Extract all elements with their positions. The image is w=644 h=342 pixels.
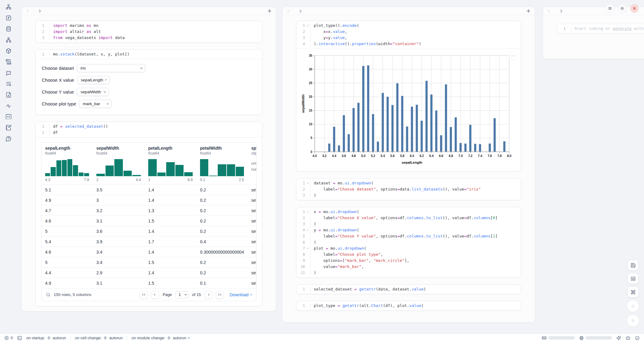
cell-selected-dataset: 1selected_dataset = getattr(data, datase…: [296, 284, 521, 294]
settings-gear-button[interactable]: [618, 4, 626, 12]
run-config-startup[interactable]: on startup: autorun: [26, 336, 66, 340]
database-icon[interactable]: [5, 26, 12, 32]
help-icon[interactable]: [5, 136, 12, 142]
svg-text:6.4: 6.4: [429, 154, 434, 158]
column-next-button[interactable]: [298, 9, 302, 13]
prev-page-button[interactable]: [151, 291, 159, 299]
ram-usage[interactable]: [542, 335, 575, 340]
code-editor[interactable]: 1import marimo as mo2import altair as al…: [36, 21, 262, 42]
total-pages-label: of 15: [192, 292, 201, 297]
snippets-icon[interactable]: [5, 114, 12, 120]
svg-text:4.6: 4.6: [342, 154, 346, 158]
fold-chevron-icon: [306, 180, 310, 186]
dependency-graph-icon[interactable]: [5, 37, 12, 43]
activity-icon[interactable]: [5, 103, 12, 109]
function-square-icon[interactable]: [5, 15, 12, 21]
column-prev-button[interactable]: [26, 9, 30, 13]
code-editor[interactable]: 1selected_dataset = getattr(data, datase…: [296, 285, 521, 294]
cell-plot: 1plot_type().encode(2 x=x.value,3 y=y.va…: [296, 21, 521, 172]
code-editor[interactable]: 1dataset = mo.ui.dropdown(2 label="Choos…: [296, 179, 521, 200]
add-cell-button[interactable]: [526, 9, 531, 13]
next-page-button[interactable]: [205, 291, 213, 299]
table-scroll-area[interactable]: sepalLengthfloat644.37.9sepalWidthfloat6…: [41, 143, 256, 288]
svg-text:35: 35: [309, 54, 313, 57]
close-button[interactable]: [630, 4, 639, 12]
generate-with-ai-link[interactable]: generate: [613, 26, 632, 31]
svg-text:5: 5: [310, 136, 312, 140]
ai-assist-button[interactable]: [616, 336, 621, 340]
run-config-cell-change[interactable]: on cell change: autorun: [75, 336, 123, 340]
column-header-petalLength[interactable]: petalLengthfloat6416.9: [145, 143, 196, 184]
keyboard-shortcuts-button[interactable]: [628, 287, 639, 297]
code-editor[interactable]: 1plot_type().encode(2 x=x.value,3 y=y.va…: [296, 21, 521, 48]
last-page-button[interactable]: [216, 291, 224, 299]
scroll-icon[interactable]: [5, 59, 12, 65]
search-icon[interactable]: [46, 292, 51, 297]
code-editor[interactable]: 1df = selected_dataset()2df: [36, 122, 262, 137]
cpu-usage[interactable]: [579, 336, 612, 340]
svg-text:7.4: 7.4: [478, 154, 482, 158]
svg-text:4.8: 4.8: [352, 154, 356, 158]
page-select[interactable]: 1: [176, 291, 188, 298]
connection-status-button[interactable]: [635, 336, 640, 340]
save-button[interactable]: [628, 260, 639, 271]
dataset-select[interactable]: iris: [77, 64, 145, 72]
sparkles-icon: [616, 336, 621, 340]
svg-text:6.6: 6.6: [439, 154, 443, 158]
chevron-down-icon: [140, 66, 142, 69]
layout-toggle-button[interactable]: [628, 273, 639, 284]
run-all-button[interactable]: [627, 315, 639, 327]
table-row: 4.42.91.40.2setosa: [41, 267, 256, 278]
svg-text:6.0: 6.0: [410, 154, 414, 158]
svg-text:6.8: 6.8: [449, 154, 453, 158]
file-tree-icon[interactable]: [5, 4, 12, 10]
terminal-icon: [17, 336, 22, 340]
column-next-button[interactable]: [558, 9, 563, 13]
status-bar: 0 on startup: autorun on cell change: au…: [0, 333, 644, 342]
svg-text:5.2: 5.2: [371, 154, 375, 158]
svg-text:5.4: 5.4: [381, 154, 385, 158]
column-prev-button[interactable]: [547, 9, 552, 13]
error-count[interactable]: 0: [4, 336, 13, 340]
code-editor[interactable]: 1 Start coding or generate with: [557, 24, 644, 33]
column-next-button[interactable]: [37, 9, 41, 13]
download-button[interactable]: Download: [230, 292, 252, 297]
column-histogram: [45, 159, 89, 176]
column-header-sepalLength[interactable]: sepalLengthfloat644.37.9: [41, 143, 93, 184]
plot-type-select[interactable]: mark_bar: [79, 100, 112, 108]
cell-vstack: 1mo.vstack([dataset, x, y, plot]) Choose…: [35, 49, 262, 115]
first-page-button[interactable]: [140, 291, 148, 299]
column-header-sepalWidth[interactable]: sepalWidthfloat6424.4: [93, 143, 145, 184]
terminal-button[interactable]: [17, 336, 22, 340]
menu-button[interactable]: [606, 4, 614, 12]
chat-bot-icon[interactable]: [5, 70, 12, 76]
copilot-button[interactable]: [625, 335, 631, 340]
cell-output: Choose dataset iris Choose X value sepal…: [36, 59, 262, 115]
column-header-species[interactable]: speciesobjectunique:nulls:: [248, 143, 256, 184]
run-config-module-change[interactable]: on module change: autorun: [131, 336, 190, 340]
add-cell-button[interactable]: [267, 9, 272, 13]
chevron-down-icon: [105, 79, 107, 80]
code-editor[interactable]: 1plot_type = getattr(alt.Chart(df), plot…: [296, 301, 521, 310]
svg-text:sepalLength: sepalLength: [402, 161, 422, 164]
y-value-select[interactable]: sepalWidth: [77, 88, 109, 96]
bar-chart[interactable]: 051015202530354.04.24.44.64.85.05.25.45.…: [301, 52, 517, 167]
column-header-petalWidth[interactable]: petalWidthfloat640.12.5: [196, 143, 248, 184]
notebook-pen-icon[interactable]: [5, 125, 12, 131]
chart-actions-button[interactable]: [509, 52, 517, 60]
code-editor[interactable]: 1x = mo.ui.dropdown(2 label="Choose X va…: [296, 207, 521, 277]
column-prev-button[interactable]: [287, 9, 291, 13]
cell-plot-type: 1plot_type = getattr(alt.Chart(df), plot…: [296, 301, 521, 311]
package-icon[interactable]: [5, 48, 12, 54]
notebook-actions: [627, 260, 639, 327]
code-editor[interactable]: 1mo.vstack([dataset, x, y, plot]): [36, 50, 262, 59]
table-row: 4.63.11.50.2setosa: [41, 216, 256, 226]
stop-kernel-button[interactable]: [627, 300, 639, 312]
column-header: [282, 7, 535, 15]
table-row: 5.43.91.70.4setosa: [41, 236, 256, 247]
svg-text:25: 25: [309, 81, 313, 85]
logs-search-icon[interactable]: [5, 81, 12, 87]
window-controls: [606, 4, 639, 12]
x-value-select[interactable]: sepalLength: [77, 76, 109, 84]
document-icon[interactable]: [5, 92, 12, 98]
